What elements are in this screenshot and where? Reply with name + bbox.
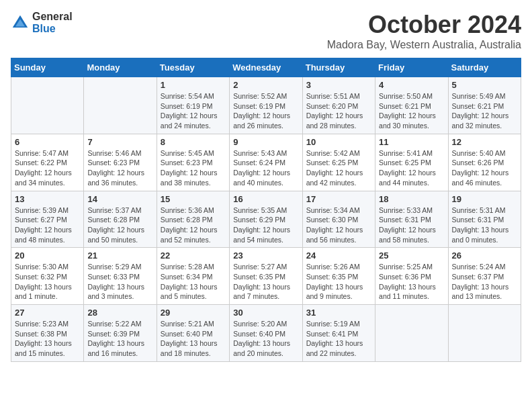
day-number: 15 bbox=[161, 194, 226, 204]
day-number: 4 bbox=[379, 80, 444, 90]
calendar-cell: 5Sunrise: 5:49 AM Sunset: 6:21 PM Daylig… bbox=[448, 77, 521, 134]
day-info: Sunrise: 5:30 AM Sunset: 6:32 PM Dayligh… bbox=[15, 262, 80, 302]
weekday-header-friday: Friday bbox=[375, 58, 448, 77]
day-info: Sunrise: 5:33 AM Sunset: 6:31 PM Dayligh… bbox=[379, 205, 444, 245]
day-info: Sunrise: 5:39 AM Sunset: 6:27 PM Dayligh… bbox=[15, 205, 80, 245]
day-number: 2 bbox=[233, 80, 298, 90]
calendar-cell bbox=[375, 305, 448, 362]
day-info: Sunrise: 5:28 AM Sunset: 6:34 PM Dayligh… bbox=[161, 262, 226, 302]
calendar-cell: 15Sunrise: 5:36 AM Sunset: 6:28 PM Dayli… bbox=[157, 191, 229, 248]
calendar-cell: 19Sunrise: 5:31 AM Sunset: 6:31 PM Dayli… bbox=[448, 191, 521, 248]
day-number: 22 bbox=[161, 250, 226, 261]
day-number: 14 bbox=[87, 194, 152, 204]
calendar-cell: 17Sunrise: 5:34 AM Sunset: 6:30 PM Dayli… bbox=[302, 191, 375, 248]
day-number: 19 bbox=[452, 194, 517, 204]
day-number: 5 bbox=[452, 80, 517, 90]
calendar-week-3: 13Sunrise: 5:39 AM Sunset: 6:27 PM Dayli… bbox=[11, 191, 521, 248]
weekday-header-saturday: Saturday bbox=[448, 58, 521, 77]
day-info: Sunrise: 5:41 AM Sunset: 6:25 PM Dayligh… bbox=[379, 148, 444, 188]
day-number: 9 bbox=[233, 137, 298, 147]
calendar-week-1: 1Sunrise: 5:54 AM Sunset: 6:19 PM Daylig… bbox=[11, 77, 521, 134]
calendar-week-4: 20Sunrise: 5:30 AM Sunset: 6:32 PM Dayli… bbox=[11, 248, 521, 305]
calendar-cell: 23Sunrise: 5:27 AM Sunset: 6:35 PM Dayli… bbox=[230, 248, 302, 305]
day-info: Sunrise: 5:49 AM Sunset: 6:21 PM Dayligh… bbox=[452, 91, 517, 131]
day-info: Sunrise: 5:25 AM Sunset: 6:36 PM Dayligh… bbox=[379, 262, 444, 302]
day-info: Sunrise: 5:40 AM Sunset: 6:26 PM Dayligh… bbox=[452, 148, 517, 188]
calendar-cell: 29Sunrise: 5:21 AM Sunset: 6:40 PM Dayli… bbox=[157, 305, 229, 362]
calendar-cell: 31Sunrise: 5:19 AM Sunset: 6:41 PM Dayli… bbox=[302, 305, 375, 362]
calendar-cell bbox=[84, 77, 157, 134]
calendar-cell: 27Sunrise: 5:23 AM Sunset: 6:38 PM Dayli… bbox=[11, 305, 84, 362]
day-info: Sunrise: 5:19 AM Sunset: 6:41 PM Dayligh… bbox=[306, 319, 371, 359]
weekday-header-sunday: Sunday bbox=[11, 58, 84, 77]
day-number: 26 bbox=[452, 250, 517, 261]
day-number: 6 bbox=[15, 137, 80, 147]
day-info: Sunrise: 5:27 AM Sunset: 6:35 PM Dayligh… bbox=[233, 262, 298, 302]
calendar-cell: 30Sunrise: 5:20 AM Sunset: 6:40 PM Dayli… bbox=[230, 305, 302, 362]
calendar-cell: 3Sunrise: 5:51 AM Sunset: 6:20 PM Daylig… bbox=[302, 77, 375, 134]
day-number: 11 bbox=[379, 137, 444, 147]
day-info: Sunrise: 5:43 AM Sunset: 6:24 PM Dayligh… bbox=[233, 148, 298, 188]
day-number: 18 bbox=[379, 194, 444, 204]
logo-general-text: General bbox=[32, 11, 73, 23]
title-block: October 2024 Madora Bay, Western Austral… bbox=[327, 11, 521, 51]
day-number: 20 bbox=[15, 250, 80, 261]
calendar-cell: 25Sunrise: 5:25 AM Sunset: 6:36 PM Dayli… bbox=[375, 248, 448, 305]
calendar-cell: 14Sunrise: 5:37 AM Sunset: 6:28 PM Dayli… bbox=[84, 191, 157, 248]
calendar-header: SundayMondayTuesdayWednesdayThursdayFrid… bbox=[11, 58, 521, 77]
weekday-header-monday: Monday bbox=[84, 58, 157, 77]
day-info: Sunrise: 5:45 AM Sunset: 6:23 PM Dayligh… bbox=[161, 148, 226, 188]
calendar-cell: 9Sunrise: 5:43 AM Sunset: 6:24 PM Daylig… bbox=[230, 134, 302, 191]
day-info: Sunrise: 5:37 AM Sunset: 6:28 PM Dayligh… bbox=[87, 205, 152, 245]
calendar-table: SundayMondayTuesdayWednesdayThursdayFrid… bbox=[11, 58, 521, 362]
day-info: Sunrise: 5:26 AM Sunset: 6:35 PM Dayligh… bbox=[306, 262, 371, 302]
day-number: 16 bbox=[233, 194, 298, 204]
calendar-cell: 13Sunrise: 5:39 AM Sunset: 6:27 PM Dayli… bbox=[11, 191, 84, 248]
calendar-cell: 4Sunrise: 5:50 AM Sunset: 6:21 PM Daylig… bbox=[375, 77, 448, 134]
calendar-cell: 26Sunrise: 5:24 AM Sunset: 6:37 PM Dayli… bbox=[448, 248, 521, 305]
calendar-cell: 24Sunrise: 5:26 AM Sunset: 6:35 PM Dayli… bbox=[302, 248, 375, 305]
calendar-cell: 28Sunrise: 5:22 AM Sunset: 6:39 PM Dayli… bbox=[84, 305, 157, 362]
calendar-cell bbox=[11, 77, 84, 134]
day-info: Sunrise: 5:23 AM Sunset: 6:38 PM Dayligh… bbox=[15, 319, 80, 359]
day-number: 25 bbox=[379, 250, 444, 261]
day-number: 24 bbox=[306, 250, 371, 261]
day-info: Sunrise: 5:21 AM Sunset: 6:40 PM Dayligh… bbox=[161, 319, 226, 359]
calendar-cell: 16Sunrise: 5:35 AM Sunset: 6:29 PM Dayli… bbox=[230, 191, 302, 248]
day-info: Sunrise: 5:46 AM Sunset: 6:23 PM Dayligh… bbox=[87, 148, 152, 188]
calendar-cell: 2Sunrise: 5:52 AM Sunset: 6:19 PM Daylig… bbox=[230, 77, 302, 134]
day-info: Sunrise: 5:47 AM Sunset: 6:22 PM Dayligh… bbox=[15, 148, 80, 188]
day-number: 10 bbox=[306, 137, 371, 147]
day-info: Sunrise: 5:31 AM Sunset: 6:31 PM Dayligh… bbox=[452, 205, 517, 245]
weekday-header-thursday: Thursday bbox=[302, 58, 375, 77]
weekday-header-tuesday: Tuesday bbox=[157, 58, 229, 77]
day-number: 31 bbox=[306, 308, 371, 318]
day-number: 7 bbox=[87, 137, 152, 147]
day-info: Sunrise: 5:36 AM Sunset: 6:28 PM Dayligh… bbox=[161, 205, 226, 245]
month-title: October 2024 bbox=[327, 11, 521, 39]
calendar-cell: 8Sunrise: 5:45 AM Sunset: 6:23 PM Daylig… bbox=[157, 134, 229, 191]
weekday-header-row: SundayMondayTuesdayWednesdayThursdayFrid… bbox=[11, 58, 521, 77]
logo: General Blue bbox=[11, 11, 73, 34]
calendar-cell: 10Sunrise: 5:42 AM Sunset: 6:25 PM Dayli… bbox=[302, 134, 375, 191]
calendar-cell: 21Sunrise: 5:29 AM Sunset: 6:33 PM Dayli… bbox=[84, 248, 157, 305]
calendar-cell bbox=[448, 305, 521, 362]
day-info: Sunrise: 5:54 AM Sunset: 6:19 PM Dayligh… bbox=[161, 91, 226, 131]
calendar-week-5: 27Sunrise: 5:23 AM Sunset: 6:38 PM Dayli… bbox=[11, 305, 521, 362]
day-number: 3 bbox=[306, 80, 371, 90]
calendar-cell: 6Sunrise: 5:47 AM Sunset: 6:22 PM Daylig… bbox=[11, 134, 84, 191]
day-number: 13 bbox=[15, 194, 80, 204]
page-header: General Blue October 2024 Madora Bay, We… bbox=[11, 11, 521, 51]
day-number: 8 bbox=[161, 137, 226, 147]
day-number: 1 bbox=[161, 80, 226, 90]
day-number: 29 bbox=[161, 308, 226, 318]
calendar-week-2: 6Sunrise: 5:47 AM Sunset: 6:22 PM Daylig… bbox=[11, 134, 521, 191]
day-number: 27 bbox=[15, 308, 80, 318]
calendar-body: 1Sunrise: 5:54 AM Sunset: 6:19 PM Daylig… bbox=[11, 77, 521, 362]
day-info: Sunrise: 5:22 AM Sunset: 6:39 PM Dayligh… bbox=[87, 319, 152, 359]
day-info: Sunrise: 5:50 AM Sunset: 6:21 PM Dayligh… bbox=[379, 91, 444, 131]
day-number: 17 bbox=[306, 194, 371, 204]
day-info: Sunrise: 5:51 AM Sunset: 6:20 PM Dayligh… bbox=[306, 91, 371, 131]
calendar-cell: 1Sunrise: 5:54 AM Sunset: 6:19 PM Daylig… bbox=[157, 77, 229, 134]
day-info: Sunrise: 5:34 AM Sunset: 6:30 PM Dayligh… bbox=[306, 205, 371, 245]
